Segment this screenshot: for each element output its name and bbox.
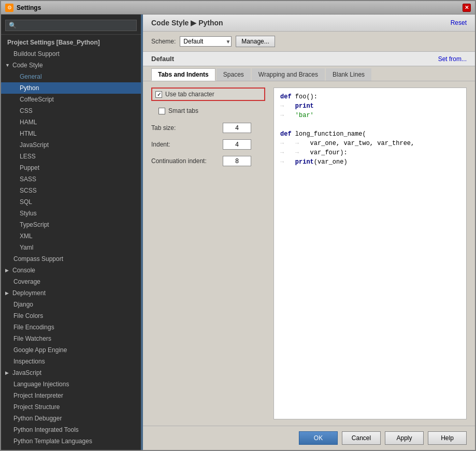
right-header: Code Style ▶ Python Reset [143, 14, 475, 32]
sidebar-item-general[interactable]: General [1, 71, 141, 82]
sidebar-item-deployment[interactable]: ▶ Deployment [1, 287, 141, 299]
sidebar-item-python[interactable]: Python [1, 82, 141, 94]
smart-tabs-label: Smart tabs [168, 107, 198, 114]
code-line-4 [280, 120, 460, 129]
smart-tabs-checkbox[interactable] [158, 108, 165, 114]
sidebar-item-stylus[interactable]: Stylus [1, 208, 141, 219]
expand-arrow-deployment: ▶ [5, 288, 10, 298]
code-line-2: → print [280, 101, 460, 111]
set-from-button[interactable]: Set from... [438, 55, 467, 63]
sidebar-item-project-structure[interactable]: Project Structure [1, 401, 141, 413]
sidebar-item-code-style[interactable]: ▼ Code Style [1, 60, 141, 71]
sidebar-item-sass[interactable]: SASS [1, 173, 141, 185]
sidebar-item-schemas-dtds[interactable]: ▶ Schemas and DTDs [1, 447, 141, 450]
sidebar-item-sql[interactable]: SQL [1, 196, 141, 208]
scheme-select[interactable]: Default [180, 36, 232, 47]
sidebar-item-file-encodings[interactable]: File Encodings [1, 322, 141, 333]
expand-arrow-javascript: ▶ [5, 368, 10, 377]
settings-window: ⚙ Settings ✕ Project Settings [Base_Pyth… [0, 0, 476, 451]
indent-label: Indent: [151, 141, 219, 148]
search-input[interactable] [5, 20, 137, 31]
sidebar-item-compass[interactable]: Compass Support [1, 253, 141, 265]
help-button[interactable]: Help [428, 431, 467, 445]
sidebar-item-language-injections[interactable]: Language Injections [1, 379, 141, 390]
sidebar-item-buildout[interactable]: Buildout Support [1, 48, 141, 60]
continuation-indent-label: Continuation indent: [151, 157, 219, 165]
sidebar-item-xml[interactable]: XML [1, 230, 141, 242]
console-label: Console [12, 266, 35, 275]
scheme-label: Scheme: [151, 38, 176, 45]
ok-button[interactable]: OK [299, 431, 338, 445]
default-label: Default [151, 55, 174, 63]
sidebar-item-file-watchers[interactable]: File Watchers [1, 333, 141, 344]
manage-button[interactable]: Manage... [236, 36, 275, 47]
sidebar-item-puppet[interactable]: Puppet [1, 162, 141, 173]
code-line-7: → → var_four): [280, 148, 460, 157]
app-icon: ⚙ [5, 4, 13, 12]
tab-tabs-indents[interactable]: Tabs and Indents [151, 68, 215, 81]
sidebar-item-yaml[interactable]: Yaml [1, 242, 141, 253]
default-bar: Default Set from... [143, 52, 475, 66]
sidebar-item-django[interactable]: Django [1, 299, 141, 310]
title-bar-left: ⚙ Settings [5, 4, 41, 12]
use-tab-character-label: Use tab character [165, 91, 214, 98]
deployment-label: Deployment [12, 288, 46, 298]
code-line-5: def long_function_name( [280, 129, 460, 139]
sidebar-item-project-settings[interactable]: Project Settings [Base_Python] [1, 37, 141, 48]
sidebar-item-project-interpreter[interactable]: Project Interpreter [1, 390, 141, 401]
sidebar-item-inspections[interactable]: Inspections [1, 356, 141, 367]
sidebar-item-html[interactable]: HTML [1, 128, 141, 139]
expand-arrow-schemas: ▶ [5, 448, 10, 450]
use-tab-character-row: Use tab character [151, 88, 265, 101]
sidebar-item-python-integrated-tools[interactable]: Python Integrated Tools [1, 424, 141, 435]
window-title: Settings [17, 4, 41, 11]
tab-wrapping[interactable]: Wrapping and Braces [252, 68, 325, 81]
sidebar-tree: Project Settings [Base_Python] Buildout … [1, 35, 141, 450]
tab-spaces[interactable]: Spaces [217, 68, 251, 81]
cancel-button[interactable]: Cancel [342, 431, 381, 445]
indent-input[interactable] [223, 139, 251, 150]
sidebar-item-scss[interactable]: SCSS [1, 185, 141, 196]
sidebar-item-file-colors[interactable]: File Colors [1, 310, 141, 322]
tabs-bar: Tabs and Indents Spaces Wrapping and Bra… [143, 66, 475, 81]
settings-panel: Use tab character Smart tabs Tab size: [151, 88, 265, 419]
tab-blank-lines[interactable]: Blank Lines [326, 68, 371, 81]
use-tab-character-checkbox[interactable] [155, 91, 162, 98]
indent-row: Indent: [151, 139, 265, 150]
expand-arrow-code-style: ▼ [5, 61, 10, 70]
javascript2-label: JavaScript [12, 368, 41, 377]
scheme-bar: Scheme: Default ▼ Manage... [143, 32, 475, 52]
continuation-indent-input[interactable] [223, 156, 251, 166]
right-panel: Code Style ▶ Python Reset Scheme: Defaul… [143, 14, 475, 450]
content-area: Use tab character Smart tabs Tab size: [143, 81, 475, 426]
sidebar-item-less[interactable]: LESS [1, 151, 141, 162]
sidebar-item-javascript[interactable]: JavaScript [1, 139, 141, 151]
sidebar-item-python-debugger[interactable]: Python Debugger [1, 413, 141, 424]
sidebar-item-coffeescript[interactable]: CoffeeScript [1, 94, 141, 105]
sidebar-item-typescript[interactable]: TypeScript [1, 219, 141, 230]
sidebar-item-haml[interactable]: HAML [1, 117, 141, 128]
reset-button[interactable]: Reset [451, 19, 467, 26]
tab-size-row: Tab size: [151, 123, 265, 133]
sidebar-item-google-app-engine[interactable]: Google App Engine [1, 344, 141, 356]
bottom-bar: OK Cancel Apply Help [143, 426, 475, 450]
code-line-8: → print(var_one) [280, 157, 460, 167]
schemas-dtds-label: Schemas and DTDs [12, 448, 68, 450]
sidebar-item-css[interactable]: CSS [1, 105, 141, 117]
sidebar-item-python-template-languages[interactable]: Python Template Languages [1, 435, 141, 447]
scheme-select-wrapper: Default ▼ [180, 36, 232, 47]
main-content: Project Settings [Base_Python] Buildout … [1, 14, 475, 450]
search-box [1, 17, 141, 35]
project-settings-label: Project Settings [Base_Python] [7, 39, 100, 46]
code-line-1: def foo(): [280, 92, 460, 101]
sidebar-item-coverage[interactable]: Coverage [1, 276, 141, 287]
apply-button[interactable]: Apply [385, 431, 424, 445]
tab-size-input[interactable] [223, 123, 251, 133]
code-line-3: → 'bar' [280, 111, 460, 120]
sidebar-item-javascript2[interactable]: ▶ JavaScript [1, 367, 141, 379]
sidebar: Project Settings [Base_Python] Buildout … [1, 14, 141, 450]
smart-tabs-row: Smart tabs [155, 105, 265, 117]
close-button[interactable]: ✕ [463, 4, 471, 12]
tab-size-label: Tab size: [151, 124, 219, 132]
sidebar-item-console[interactable]: ▶ Console [1, 265, 141, 276]
